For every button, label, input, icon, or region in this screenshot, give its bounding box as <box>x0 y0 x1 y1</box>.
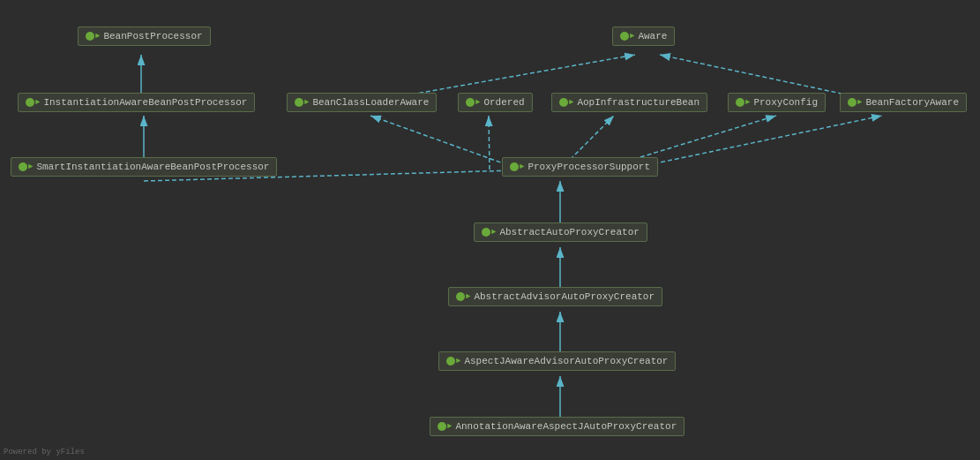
node-icon: ► <box>446 357 460 366</box>
node-label: ProxyConfig <box>753 97 818 108</box>
node-instantiation-aware-bpp[interactable]: ► InstantiationAwareBeanPostProcessor <box>18 93 255 112</box>
node-icon: ► <box>438 422 452 431</box>
node-label: Ordered <box>483 97 524 108</box>
node-label: AnnotationAwareAspectJAutoProxyCreator <box>455 421 677 432</box>
node-label: BeanPostProcessor <box>103 31 202 41</box>
node-label: AopInfrastructureBean <box>577 97 699 108</box>
node-label: BeanClassLoaderAware <box>312 97 429 108</box>
node-label: SmartInstantiationAwareBeanPostProcessor <box>36 162 269 172</box>
node-bean-factory-aware[interactable]: ► BeanFactoryAware <box>840 93 967 112</box>
node-label: InstantiationAwareBeanPostProcessor <box>43 97 247 108</box>
node-proxy-config[interactable]: ► ProxyConfig <box>728 93 826 112</box>
node-annotation-aware-aspectj-auto-proxy-creator[interactable]: ► AnnotationAwareAspectJAutoProxyCreator <box>430 417 685 436</box>
node-icon: ► <box>19 162 33 171</box>
node-icon: ► <box>295 98 309 107</box>
node-icon: ► <box>620 32 634 41</box>
node-label: AbstractAdvisorAutoProxyCreator <box>474 291 655 302</box>
node-icon: ► <box>456 292 470 301</box>
node-smart-instantiation-aware-bpp[interactable]: ► SmartInstantiationAwareBeanPostProcess… <box>11 157 277 177</box>
node-ordered[interactable]: ► Ordered <box>458 93 533 112</box>
node-aspectj-aware-advisor-auto-proxy-creator[interactable]: ► AspectJAwareAdvisorAutoProxyCreator <box>438 351 676 371</box>
node-icon: ► <box>510 162 524 171</box>
node-icon: ► <box>848 98 862 107</box>
node-beanpostprocessor[interactable]: ► BeanPostProcessor <box>78 26 211 46</box>
node-label: AspectJAwareAdvisorAutoProxyCreator <box>464 356 668 366</box>
svg-line-11 <box>626 116 882 170</box>
powered-by-label: Powered by yFiles <box>4 448 85 456</box>
node-bean-classloader-aware[interactable]: ► BeanClassLoaderAware <box>287 93 437 112</box>
node-icon: ► <box>559 98 573 107</box>
node-aware[interactable]: ► Aware <box>612 26 675 46</box>
node-abstract-auto-proxy-creator[interactable]: ► AbstractAutoProxyCreator <box>474 222 647 242</box>
node-icon: ► <box>736 98 750 107</box>
node-label: Aware <box>638 31 667 41</box>
node-proxy-processor-support[interactable]: ► ProxyProcessorSupport <box>502 157 658 177</box>
node-icon: ► <box>86 32 100 41</box>
svg-line-7 <box>489 116 490 170</box>
svg-line-10 <box>370 116 520 170</box>
diagram-container: ► BeanPostProcessor ► Aware ► Instantiat… <box>0 0 980 460</box>
node-aop-infrastructure-bean[interactable]: ► AopInfrastructureBean <box>551 93 707 112</box>
node-label: AbstractAutoProxyCreator <box>499 227 639 238</box>
node-icon: ► <box>482 228 496 237</box>
node-label: BeanFactoryAware <box>865 97 959 108</box>
node-abstract-advisor-auto-proxy-creator[interactable]: ► AbstractAdvisorAutoProxyCreator <box>448 287 662 306</box>
node-icon: ► <box>466 98 480 107</box>
node-label: ProxyProcessorSupport <box>527 162 650 172</box>
node-icon: ► <box>26 98 40 107</box>
